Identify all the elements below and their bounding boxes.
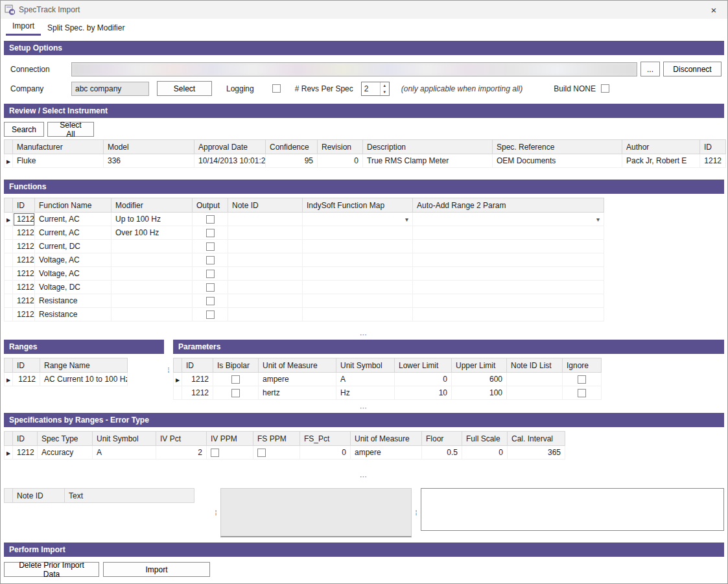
output-checkbox[interactable] [206, 283, 215, 292]
col-model[interactable]: Model [104, 140, 194, 154]
tab-import[interactable]: Import [6, 19, 41, 36]
col-auto-add-range[interactable]: Auto-Add Range 2 Param [413, 198, 604, 213]
delete-prior-import-button[interactable]: Delete Prior Import Data [4, 562, 99, 577]
iv-ppm-checkbox[interactable] [211, 449, 219, 457]
output-checkbox[interactable] [206, 270, 215, 278]
col-fs-pct[interactable]: FS_Pct [300, 432, 351, 446]
col-iv-ppm[interactable]: IV PPM [207, 432, 253, 446]
cell-modifier: Over 100 Hz [112, 226, 193, 240]
col-iv-pct[interactable]: IV Pct [156, 432, 207, 446]
col-unit-symbol[interactable]: Unit Symbol [93, 432, 156, 446]
table-row[interactable]: ▶ Fluke 336 10/14/2013 10:01:2 95 0 True… [5, 154, 726, 168]
horizontal-splitter[interactable]: ⋯ [1, 473, 727, 482]
col-id[interactable]: ID [700, 140, 726, 154]
select-company-button[interactable]: Select [157, 81, 212, 96]
ignore-checkbox[interactable] [578, 389, 586, 397]
disconnect-button[interactable]: Disconnect [663, 62, 722, 76]
revs-per-spec-stepper[interactable]: 2 ▲ ▼ [361, 82, 390, 96]
col-range-name[interactable]: Range Name [40, 358, 128, 373]
col-function-map[interactable]: IndySoft Function Map [303, 198, 413, 213]
output-checkbox[interactable] [206, 229, 215, 237]
chevron-down-icon[interactable]: ▾ [596, 216, 600, 223]
col-approval-date[interactable]: Approval Date [194, 140, 266, 154]
col-manufacturer[interactable]: Manufacturer [13, 140, 104, 154]
col-unit-of-measure[interactable]: Unit of Measure [259, 358, 336, 373]
chevron-down-icon[interactable]: ▾ [405, 216, 408, 223]
build-none-checkbox[interactable] [601, 84, 609, 93]
cell-unit-of-measure: ampere [259, 373, 336, 386]
horizontal-splitter[interactable]: ⋯ [1, 331, 727, 340]
function-map-dropdown[interactable]: ▾ [303, 213, 413, 226]
ignore-checkbox[interactable] [578, 375, 586, 384]
output-checkbox[interactable] [206, 215, 215, 224]
col-id[interactable]: ID [13, 358, 40, 373]
col-id[interactable]: ID [182, 358, 213, 373]
browse-button[interactable]: ... [640, 62, 660, 76]
table-row[interactable]: ▶ 1212 Current, AC Up to 100 Hz ▾ ▾ [5, 213, 604, 226]
col-author[interactable]: Author [622, 140, 700, 154]
table-row[interactable]: 1212 Current, AC Over 100 Hz [5, 226, 604, 240]
output-checkbox[interactable] [206, 256, 215, 264]
table-row[interactable]: 1212 Resistance [5, 308, 604, 321]
col-confidence[interactable]: Confidence [266, 140, 318, 154]
table-row[interactable]: 1212 Voltage, DC [5, 281, 604, 294]
company-field[interactable]: abc company [71, 82, 149, 96]
col-unit-of-measure[interactable]: Unit of Measure [351, 432, 422, 446]
col-revision[interactable]: Revision [318, 140, 363, 154]
table-row[interactable]: ▶ 1212 AC Current 10 to 100 Hz [5, 373, 128, 386]
logging-checkbox[interactable] [272, 84, 281, 93]
is-bipolar-checkbox[interactable] [231, 375, 240, 384]
col-id[interactable]: ID [13, 432, 38, 446]
col-full-scale[interactable]: Full Scale [462, 432, 508, 446]
auto-add-range-dropdown[interactable]: ▾ [413, 213, 604, 226]
col-unit-symbol[interactable]: Unit Symbol [336, 358, 395, 373]
col-spec-type[interactable]: Spec Type [38, 432, 93, 446]
select-all-button[interactable]: Select All [47, 122, 94, 137]
col-lower-limit[interactable]: Lower Limit [395, 358, 452, 373]
table-row[interactable]: 1212 Voltage, AC [5, 253, 604, 267]
stepper-arrows[interactable]: ▲ ▼ [380, 82, 389, 95]
is-bipolar-checkbox[interactable] [231, 389, 240, 397]
col-output[interactable]: Output [193, 198, 228, 213]
col-cal-interval[interactable]: Cal. Interval [508, 432, 565, 446]
col-fs-ppm[interactable]: FS PPM [253, 432, 300, 446]
import-button[interactable]: Import [103, 562, 210, 577]
table-row[interactable]: 1212 Current, DC [5, 240, 604, 253]
horizontal-splitter[interactable]: ⋯ [1, 404, 727, 413]
spin-down-icon[interactable]: ▼ [381, 89, 389, 95]
col-spec-reference[interactable]: Spec. Reference [493, 140, 622, 154]
vertical-splitter[interactable]: ⁞ [164, 340, 173, 400]
col-floor[interactable]: Floor [422, 432, 462, 446]
search-button[interactable]: Search [4, 122, 44, 137]
table-row[interactable]: ▶ 1212 ampere A 0 600 [174, 373, 602, 386]
fs-ppm-checkbox[interactable] [257, 449, 266, 457]
col-function-name[interactable]: Function Name [35, 198, 112, 213]
note-text-box[interactable] [220, 488, 412, 537]
output-checkbox[interactable] [206, 297, 215, 305]
col-ignore[interactable]: Ignore [563, 358, 602, 373]
output-checkbox[interactable] [206, 242, 215, 251]
table-row[interactable]: 1212 hertz Hz 10 100 [174, 386, 602, 400]
close-button[interactable]: × [704, 2, 723, 18]
col-note-id[interactable]: Note ID [228, 198, 303, 213]
table-row[interactable]: 1212 Voltage, AC [5, 267, 604, 281]
col-text[interactable]: Text [65, 489, 194, 503]
vertical-splitter[interactable]: ⁞ [412, 488, 421, 537]
output-checkbox[interactable] [206, 310, 215, 319]
tab-split-spec[interactable]: Split Spec. by Modifier [41, 21, 131, 36]
col-note-id[interactable]: Note ID [13, 489, 65, 503]
connection-input[interactable] [71, 62, 637, 76]
table-row[interactable]: 1212 Resistance [5, 294, 604, 308]
cell-modifier [112, 267, 193, 281]
col-note-id-list[interactable]: Note ID List [507, 358, 563, 373]
col-upper-limit[interactable]: Upper Limit [452, 358, 507, 373]
table-row[interactable]: ▶ 1212 Accuracy A 2 0 ampere 0.5 0 365 [5, 446, 565, 460]
detail-text-box[interactable] [421, 488, 724, 531]
vertical-splitter[interactable]: ⁞ [211, 488, 220, 537]
col-is-bipolar[interactable]: Is Bipolar [213, 358, 259, 373]
col-modifier[interactable]: Modifier [112, 198, 193, 213]
col-description[interactable]: Description [363, 140, 493, 154]
spin-up-icon[interactable]: ▲ [381, 82, 389, 89]
col-id[interactable]: ID [13, 198, 35, 213]
cell-id: 1212 [13, 226, 35, 240]
